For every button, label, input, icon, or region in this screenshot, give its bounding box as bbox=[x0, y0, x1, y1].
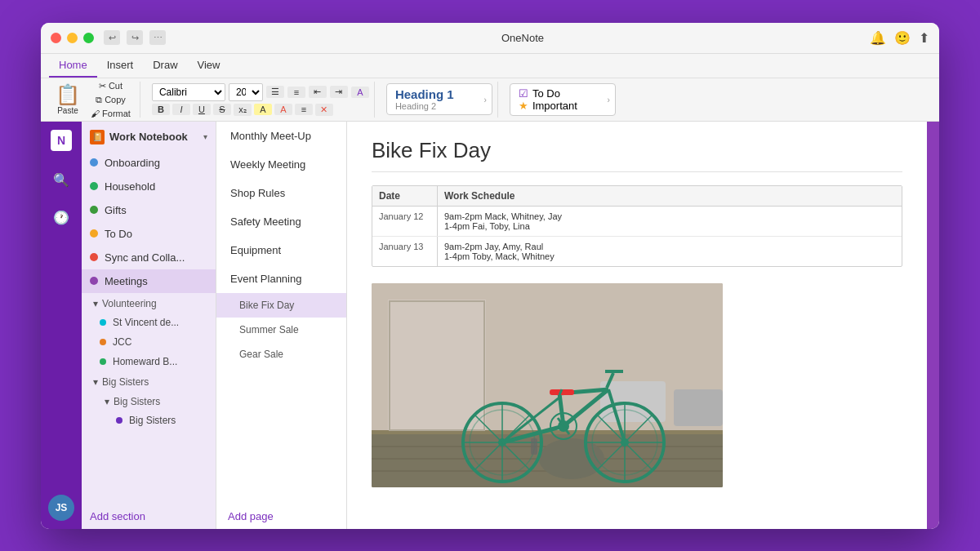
section-homeward[interactable]: Homeward B... bbox=[82, 352, 216, 371]
format-button[interactable]: 🖌 Format bbox=[87, 108, 135, 119]
page-weekly-meeting[interactable]: Weekly Meeting bbox=[216, 150, 346, 179]
fullscreen-button[interactable] bbox=[83, 33, 94, 43]
add-page-button[interactable]: Add page bbox=[216, 504, 346, 529]
undo-button[interactable]: ↩ bbox=[104, 30, 120, 45]
tags-group: ☑ To Do ★ Important › bbox=[505, 82, 621, 118]
list-button[interactable]: ☰ bbox=[266, 86, 284, 98]
heading1-style[interactable]: Heading 1 Heading 2 › bbox=[386, 83, 492, 115]
section-big-sisters-inner-header[interactable]: ▾ Big Sisters bbox=[93, 391, 216, 411]
page-equipment[interactable]: Equipment bbox=[216, 236, 346, 264]
tab-draw[interactable]: Draw bbox=[143, 54, 187, 78]
more-button[interactable]: ⋯ bbox=[149, 30, 166, 45]
align-button[interactable]: ≡ bbox=[295, 104, 313, 115]
section-gifts[interactable]: Gifts bbox=[82, 198, 216, 222]
tags-card[interactable]: ☑ To Do ★ Important › bbox=[510, 83, 616, 116]
page-bike-fix-day[interactable]: Bike Fix Day bbox=[216, 293, 346, 318]
user-avatar[interactable]: JS bbox=[48, 495, 74, 521]
bold-button[interactable]: B bbox=[152, 104, 170, 115]
tab-home[interactable]: Home bbox=[49, 54, 97, 78]
section-dot-big-sisters bbox=[116, 417, 122, 424]
table-row: January 12 9am-2pm Mack, Whitney, Jay 1-… bbox=[372, 207, 902, 237]
styles-group: Heading 1 Heading 2 › bbox=[381, 82, 498, 118]
onenote-logo: N bbox=[51, 130, 72, 151]
underline-button[interactable]: U bbox=[193, 104, 211, 115]
traffic-lights bbox=[51, 33, 94, 43]
smiley-icon[interactable]: 🙂 bbox=[894, 30, 911, 46]
section-meetings[interactable]: Meetings bbox=[82, 269, 216, 293]
section-label-homeward: Homeward B... bbox=[113, 356, 177, 367]
notification-icon[interactable]: 🔔 bbox=[870, 30, 886, 46]
indent-increase-button[interactable]: ⇥ bbox=[330, 86, 348, 98]
redo-button[interactable]: ↪ bbox=[127, 30, 143, 45]
notebook-name: Work Notebook bbox=[109, 131, 198, 143]
tab-view[interactable]: View bbox=[188, 54, 230, 78]
size-selector[interactable]: 20 bbox=[229, 83, 263, 101]
highlight-button[interactable]: A bbox=[254, 104, 272, 115]
table-header-row: Date Work Schedule bbox=[372, 186, 902, 207]
section-label-big-sisters-outer: Big Sisters bbox=[102, 376, 149, 388]
section-dot-st-vincent bbox=[100, 319, 106, 326]
nav-controls: ↩ ↪ ⋯ bbox=[104, 30, 166, 45]
section-label-big-sisters-inner: Big Sisters bbox=[114, 396, 160, 407]
indent-decrease-button[interactable]: ⇤ bbox=[309, 86, 327, 98]
tab-insert[interactable]: Insert bbox=[97, 54, 144, 78]
section-jcc[interactable]: JCC bbox=[82, 332, 216, 352]
page-title: Bike Fix Day bbox=[372, 138, 902, 172]
page-summer-sale[interactable]: Summer Sale bbox=[216, 318, 346, 342]
section-todo[interactable]: To Do bbox=[82, 222, 216, 246]
section-dot-homeward bbox=[100, 358, 106, 365]
share-icon[interactable]: ⬆ bbox=[919, 30, 929, 46]
section-st-vincent[interactable]: St Vincent de... bbox=[82, 313, 216, 332]
notebook-icon: 📔 bbox=[90, 130, 105, 144]
subscript-button[interactable]: x₂ bbox=[234, 104, 252, 116]
section-label-big-sisters-leaf: Big Sisters bbox=[129, 415, 176, 426]
content-area: Bike Fix Day Date Work Schedule January … bbox=[347, 122, 927, 529]
notebook-header[interactable]: 📔 Work Notebook ▾ bbox=[82, 122, 216, 151]
section-dot-gifts bbox=[90, 206, 98, 214]
svg-rect-2 bbox=[388, 300, 486, 430]
tags-chevron-icon: › bbox=[608, 95, 610, 104]
schedule-shift-1b: 1-4pm Fai, Toby, Lina bbox=[444, 221, 895, 231]
section-big-sisters-leaf[interactable]: Big Sisters bbox=[93, 411, 216, 430]
erase-button[interactable]: ✕ bbox=[315, 104, 333, 116]
section-household[interactable]: Household bbox=[82, 175, 216, 198]
svg-rect-9 bbox=[674, 389, 723, 426]
italic-button[interactable]: I bbox=[172, 104, 190, 115]
section-sync[interactable]: Sync and Colla... bbox=[82, 246, 216, 269]
checkbox-icon: ☑ bbox=[519, 87, 528, 100]
page-shop-rules[interactable]: Shop Rules bbox=[216, 179, 346, 207]
table-cell-date-1: January 12 bbox=[372, 207, 438, 236]
window-title: OneNote bbox=[176, 32, 870, 44]
volunteering-collapse-icon: ▾ bbox=[93, 298, 98, 309]
titlebar: ↩ ↪ ⋯ OneNote 🔔 🙂 ⬆ bbox=[41, 23, 939, 54]
page-monthly-meetup[interactable]: Monthly Meet-Up bbox=[216, 122, 346, 150]
minimize-button[interactable] bbox=[67, 33, 78, 43]
search-button[interactable]: 🔍 bbox=[48, 167, 74, 193]
schedule-shift-2b: 1-4pm Toby, Mack, Whitney bbox=[444, 251, 895, 261]
font-color-button[interactable]: A bbox=[274, 104, 292, 115]
paste-button[interactable]: 📋 Paste bbox=[52, 82, 83, 117]
cut-button[interactable]: ✂ Cut bbox=[87, 80, 135, 92]
heading2-label: Heading 2 bbox=[395, 101, 483, 111]
section-label-meetings: Meetings bbox=[105, 275, 148, 287]
close-button[interactable] bbox=[51, 33, 61, 43]
page-gear-sale[interactable]: Gear Sale bbox=[216, 342, 346, 367]
svg-point-10 bbox=[539, 438, 604, 479]
recent-button[interactable]: 🕐 bbox=[48, 205, 74, 231]
table-cell-work-2: 9am-2pm Jay, Amy, Raul 1-4pm Toby, Mack,… bbox=[438, 237, 902, 266]
section-big-sisters-header[interactable]: ▾ Big Sisters bbox=[82, 371, 216, 391]
section-label-sync: Sync and Colla... bbox=[105, 251, 185, 264]
section-onboarding[interactable]: Onboarding bbox=[82, 151, 216, 175]
page-safety-meeting[interactable]: Safety Meeting bbox=[216, 207, 346, 236]
copy-button[interactable]: ⧉ Copy bbox=[87, 94, 135, 106]
page-event-planning[interactable]: Event Planning bbox=[216, 264, 346, 293]
section-volunteering-header[interactable]: ▾ Volunteering bbox=[82, 293, 216, 313]
add-section-button[interactable]: Add section bbox=[82, 504, 216, 529]
section-label-jcc: JCC bbox=[113, 336, 131, 348]
strikethrough-button[interactable]: S bbox=[213, 104, 231, 115]
ordered-list-button[interactable]: ≡ bbox=[287, 87, 305, 98]
format-clear-button[interactable]: A bbox=[351, 87, 369, 98]
section-dot-onboarding bbox=[90, 158, 98, 167]
ribbon-tabs: Home Insert Draw View bbox=[41, 54, 939, 78]
font-selector[interactable]: Calibri bbox=[152, 83, 225, 101]
